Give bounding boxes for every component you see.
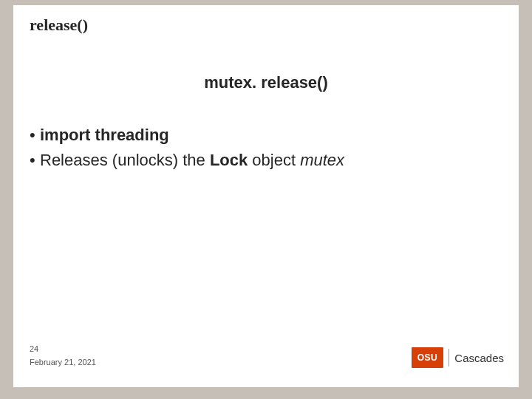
bullet-text: Releases (unlocks) the Lock object mutex: [40, 151, 344, 169]
logo-cascades-text: Cascades: [454, 347, 504, 368]
slide-title: release(): [30, 16, 88, 35]
bullet-list: •import threading •Releases (unlocks) th…: [30, 123, 502, 174]
bullet-marker: •: [30, 149, 40, 172]
logo-divider: [449, 349, 449, 366]
bullet-item: •import threading: [30, 123, 502, 147]
bullet-item: •Releases (unlocks) the Lock object mute…: [30, 149, 502, 172]
slide: release() mutex. release() •import threa…: [13, 5, 519, 387]
logo: OSU Cascades: [412, 347, 504, 368]
page-number: 24: [30, 344, 38, 353]
slide-subtitle: mutex. release(): [13, 73, 519, 92]
bullet-text: import threading: [40, 126, 169, 144]
footer-date: February 21, 2021: [30, 358, 96, 366]
logo-osu-badge: OSU: [412, 347, 444, 368]
bullet-marker: •: [30, 123, 40, 147]
